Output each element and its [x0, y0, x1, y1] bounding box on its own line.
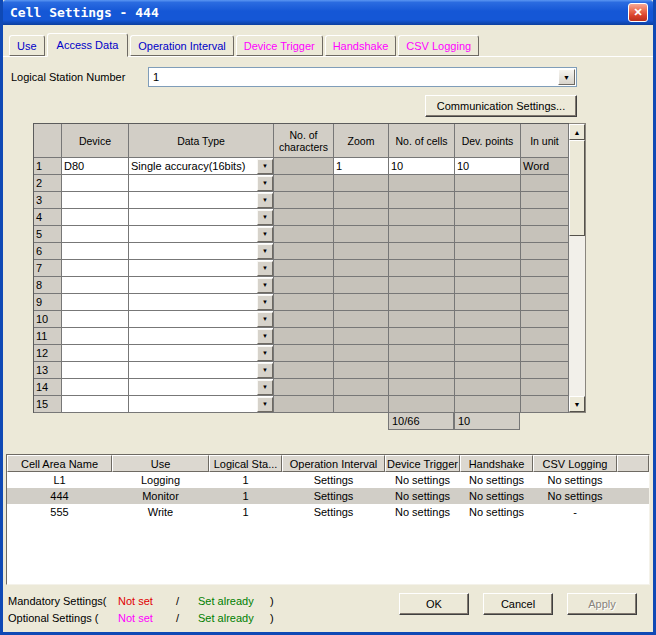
close-paren: ) — [270, 595, 274, 607]
list-header-filler — [617, 455, 649, 472]
tab-handshake[interactable]: Handshake — [325, 35, 397, 56]
chevron-down-icon[interactable]: ▼ — [558, 69, 575, 85]
data-type-dropdown-icon[interactable]: ▼ — [257, 346, 273, 361]
grid-cell-chars — [274, 243, 334, 260]
grid-cell-num[interactable]: 2 — [34, 175, 62, 192]
grid-cell-device[interactable] — [62, 362, 129, 379]
grid-cell-num[interactable]: 13 — [34, 362, 62, 379]
grid-cell-num[interactable]: 11 — [34, 328, 62, 345]
scrollbar-track[interactable] — [569, 140, 585, 396]
data-type-dropdown-icon[interactable]: ▼ — [257, 193, 273, 208]
grid-cell-data_type[interactable]: ▼ — [129, 175, 274, 192]
grid-cell-device[interactable] — [62, 379, 129, 396]
grid-cell-num[interactable]: 3 — [34, 192, 62, 209]
grid-cell-num[interactable]: 14 — [34, 379, 62, 396]
list-row-555[interactable]: 555Write1SettingsNo settingsNo settings- — [7, 504, 649, 520]
grid-cell-num[interactable]: 9 — [34, 294, 62, 311]
grid-cell-data_type[interactable]: ▼ — [129, 192, 274, 209]
grid-cell-cells[interactable]: 10 — [389, 158, 455, 175]
tab-csv-logging[interactable]: CSV Logging — [398, 35, 479, 56]
grid-cell-num[interactable]: 15 — [34, 396, 62, 413]
grid-cell-data_type[interactable]: ▼ — [129, 226, 274, 243]
tab-use[interactable]: Use — [9, 35, 45, 56]
grid-cell-device[interactable] — [62, 260, 129, 277]
close-button[interactable]: ✕ — [628, 3, 648, 22]
grid-cell-zoom — [334, 328, 389, 345]
logical-station-number-select[interactable]: 1 ▼ — [148, 67, 577, 87]
grid-cell-data_type[interactable]: ▼ — [129, 396, 274, 413]
grid-cell-device[interactable] — [62, 175, 129, 192]
title-bar[interactable]: Cell Settings - 444 ✕ — [3, 0, 653, 25]
grid-cell-num[interactable]: 6 — [34, 243, 62, 260]
data-type-value: Single accuracy(16bits) — [131, 160, 257, 172]
grid-cell-data_type[interactable]: ▼ — [129, 294, 274, 311]
data-type-dropdown-icon[interactable]: ▼ — [257, 210, 273, 225]
grid-cell-data_type[interactable]: ▼ — [129, 328, 274, 345]
list-header-use[interactable]: Use — [112, 455, 209, 472]
data-type-dropdown-icon[interactable]: ▼ — [257, 278, 273, 293]
tab-operation-interval[interactable]: Operation Interval — [130, 35, 233, 56]
grid-cell-unit — [521, 311, 569, 328]
grid-cell-data_type[interactable]: ▼ — [129, 277, 274, 294]
grid-cell-device[interactable] — [62, 294, 129, 311]
grid-row: 12▼ — [34, 345, 569, 362]
grid-cell-device[interactable] — [62, 345, 129, 362]
scroll-up-icon[interactable]: ▲ — [569, 124, 585, 140]
data-type-dropdown-icon[interactable]: ▼ — [257, 227, 273, 242]
tab-access-data[interactable]: Access Data — [47, 33, 129, 57]
grid-cell-data_type[interactable]: ▼ — [129, 209, 274, 226]
grid-cell-num[interactable]: 5 — [34, 226, 62, 243]
grid-cell-data_type[interactable]: Single accuracy(16bits)▼ — [129, 158, 274, 175]
list-header-operation-interval[interactable]: Operation Interval — [282, 455, 385, 472]
list-header-logical-sta-[interactable]: Logical Sta... — [209, 455, 282, 472]
grid-cell-data_type[interactable]: ▼ — [129, 362, 274, 379]
data-type-dropdown-icon[interactable]: ▼ — [257, 363, 273, 378]
grid-cell-zoom — [334, 294, 389, 311]
data-type-dropdown-icon[interactable]: ▼ — [257, 312, 273, 327]
data-type-dropdown-icon[interactable]: ▼ — [257, 295, 273, 310]
grid-cell-data_type[interactable]: ▼ — [129, 260, 274, 277]
grid-cell-device[interactable] — [62, 396, 129, 413]
grid-cell-num[interactable]: 4 — [34, 209, 62, 226]
data-type-dropdown-icon[interactable]: ▼ — [257, 380, 273, 395]
grid-cell-points[interactable]: 10 — [455, 158, 521, 175]
ok-button[interactable]: OK — [399, 593, 469, 615]
grid-cell-data_type[interactable]: ▼ — [129, 311, 274, 328]
grid-cell-num[interactable]: 10 — [34, 311, 62, 328]
communication-settings-button[interactable]: Communication Settings... — [425, 95, 577, 117]
data-type-dropdown-icon[interactable]: ▼ — [257, 159, 273, 174]
grid-cell-device[interactable] — [62, 277, 129, 294]
list-header-device-trigger[interactable]: Device Trigger — [385, 455, 460, 472]
list-row-l1[interactable]: L1Logging1SettingsNo settingsNo settings… — [7, 472, 649, 488]
grid-cell-num[interactable]: 1 — [34, 158, 62, 175]
scrollbar-thumb[interactable] — [569, 140, 585, 236]
data-type-dropdown-icon[interactable]: ▼ — [257, 176, 273, 191]
list-row-444[interactable]: 444Monitor1SettingsNo settingsNo setting… — [7, 488, 649, 504]
list-header-cell-area-name[interactable]: Cell Area Name — [7, 455, 112, 472]
grid-cell-device[interactable] — [62, 226, 129, 243]
data-type-dropdown-icon[interactable]: ▼ — [257, 397, 273, 412]
cancel-button[interactable]: Cancel — [483, 593, 553, 615]
grid-cell-device[interactable] — [62, 192, 129, 209]
grid-cell-device[interactable] — [62, 311, 129, 328]
grid-cell-device[interactable] — [62, 243, 129, 260]
grid-cell-num[interactable]: 8 — [34, 277, 62, 294]
grid-cell-num[interactable]: 12 — [34, 345, 62, 362]
grid-cell-data_type[interactable]: ▼ — [129, 379, 274, 396]
grid-cell-data_type[interactable]: ▼ — [129, 243, 274, 260]
grid-cell-zoom[interactable]: 1 — [334, 158, 389, 175]
tab-device-trigger[interactable]: Device Trigger — [236, 35, 323, 56]
scroll-down-icon[interactable]: ▼ — [569, 396, 585, 412]
list-header-handshake[interactable]: Handshake — [460, 455, 533, 472]
grid-scrollbar[interactable]: ▲ ▼ — [569, 123, 586, 413]
grid-cell-device[interactable] — [62, 209, 129, 226]
list-header-csv-logging[interactable]: CSV Logging — [533, 455, 617, 472]
grid-cell-device[interactable]: D80 — [62, 158, 129, 175]
data-type-dropdown-icon[interactable]: ▼ — [257, 329, 273, 344]
grid-cell-num[interactable]: 7 — [34, 260, 62, 277]
grid-cell-data_type[interactable]: ▼ — [129, 345, 274, 362]
optional-settings-label: Optional Settings ( — [8, 612, 118, 624]
grid-cell-device[interactable] — [62, 328, 129, 345]
data-type-dropdown-icon[interactable]: ▼ — [257, 261, 273, 276]
data-type-dropdown-icon[interactable]: ▼ — [257, 244, 273, 259]
